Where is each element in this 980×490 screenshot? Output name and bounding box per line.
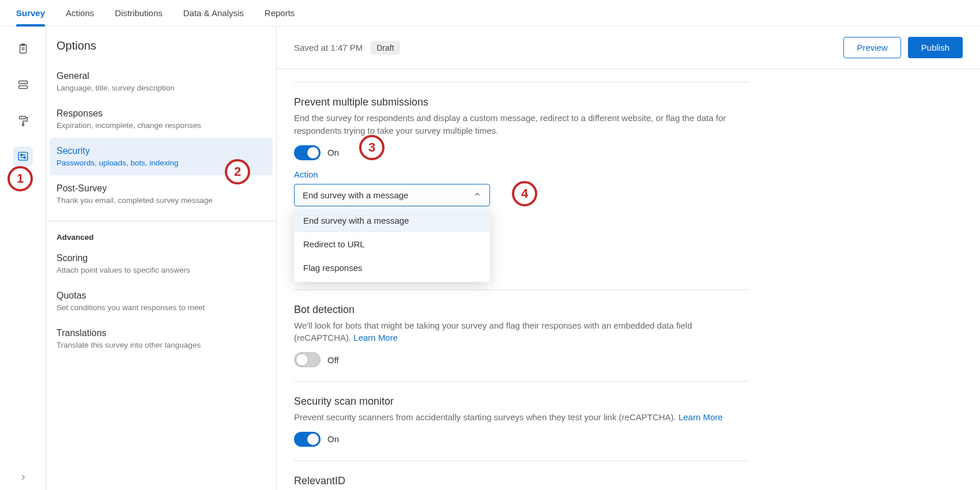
section-title: RelevantID (294, 475, 749, 487)
publish-button[interactable]: Publish (908, 37, 963, 58)
sidebar-item-post-survey[interactable]: Post-Survey Thank you email, completed s… (46, 175, 276, 213)
dropdown-option-flag[interactable]: Flag responses (294, 256, 490, 280)
section-title: Security scan monitor (294, 395, 749, 408)
block-icon[interactable] (13, 75, 33, 95)
tab-actions[interactable]: Actions (66, 0, 94, 26)
saved-status: Saved at 1:47 PM (294, 43, 363, 52)
sidebar-advanced-label: Advanced (46, 227, 276, 245)
sidebar-divider (46, 221, 276, 221)
sidebar-title: Options (46, 39, 276, 63)
section-title: Prevent multiple submissions (294, 96, 749, 108)
expand-rail-icon[interactable] (19, 473, 27, 483)
svg-rect-4 (18, 81, 27, 84)
svg-rect-7 (22, 124, 24, 126)
sidebar-item-label: Translations (56, 328, 266, 338)
action-dropdown-menu: End survey with a message Redirect to UR… (294, 206, 490, 282)
svg-rect-5 (18, 86, 27, 89)
dropdown-option-redirect[interactable]: Redirect to URL (294, 232, 490, 256)
section-desc: Prevent security scanners from accidenta… (294, 411, 749, 424)
sidebar-item-translations[interactable]: Translations Translate this survey into … (46, 320, 276, 357)
section-desc: End the survey for respondents and displ… (294, 112, 749, 137)
toggle-label: On (327, 434, 339, 444)
tab-data-analysis[interactable]: Data & Analysis (183, 0, 244, 26)
sidebar-item-security[interactable]: Security Passwords, uploads, bots, index… (50, 138, 273, 175)
section-bot-detection: Bot detection We'll look for bots that m… (294, 304, 749, 368)
sidebar-item-desc: Expiration, incomplete, change responses (56, 121, 266, 130)
tab-distributions[interactable]: Distributions (115, 0, 163, 26)
clipboard-icon[interactable] (13, 39, 33, 59)
sidebar-item-label: Scoring (56, 253, 266, 263)
section-prevent-multiple-submissions: Prevent multiple submissions End the sur… (294, 96, 749, 206)
left-rail (0, 27, 46, 490)
svg-rect-0 (20, 45, 26, 54)
options-sidebar: Options General Language, title, survey … (46, 27, 277, 490)
action-field-label: Action (294, 169, 749, 179)
section-divider (294, 461, 749, 461)
section-relevant-id: RelevantID Analyze a respondent's browse… (294, 475, 749, 490)
svg-rect-6 (19, 116, 25, 119)
section-divider (294, 381, 749, 382)
section-divider (294, 289, 749, 290)
learn-more-link[interactable]: Learn More (679, 412, 723, 422)
section-divider (294, 82, 749, 82)
sidebar-item-label: Post-Survey (56, 183, 266, 194)
tab-reports[interactable]: Reports (265, 0, 295, 26)
section-desc: We'll look for bots that might be taking… (294, 319, 749, 345)
tab-survey[interactable]: Survey (16, 0, 45, 26)
sidebar-item-desc: Language, title, survey description (56, 84, 266, 92)
svg-rect-8 (18, 152, 28, 160)
bot-detection-toggle[interactable] (294, 352, 321, 367)
status-badge: Draft (371, 41, 399, 55)
top-tabs: Survey Actions Distributions Data & Anal… (0, 0, 980, 27)
dropdown-value: End survey with a message (303, 190, 408, 200)
sidebar-item-quotas[interactable]: Quotas Set conditions you want responses… (46, 282, 276, 320)
sidebar-item-desc: Translate this survey into other languag… (56, 341, 266, 349)
content-body: Prevent multiple submissions End the sur… (277, 69, 980, 490)
sidebar-item-label: Responses (56, 108, 266, 119)
content: Saved at 1:47 PM Draft Preview Publish P… (277, 27, 980, 490)
sliders-icon[interactable] (13, 146, 33, 166)
svg-point-12 (24, 157, 25, 159)
section-security-scan-monitor: Security scan monitor Prevent security s… (294, 395, 749, 447)
sidebar-item-responses[interactable]: Responses Expiration, incomplete, change… (46, 100, 276, 138)
dropdown-option-end-message[interactable]: End survey with a message (294, 209, 490, 232)
toggle-label: Off (327, 355, 339, 365)
content-header: Saved at 1:47 PM Draft Preview Publish (277, 27, 980, 69)
chevron-up-icon (473, 190, 481, 200)
preview-button[interactable]: Preview (843, 37, 900, 58)
prevent-multi-toggle[interactable] (294, 145, 321, 160)
sidebar-item-desc: Passwords, uploads, bots, indexing (56, 159, 266, 167)
sidebar-item-label: Quotas (56, 291, 266, 301)
sidebar-item-desc: Attach point values to specific answers (56, 266, 266, 274)
learn-more-link[interactable]: Learn More (353, 333, 398, 342)
paint-roller-icon[interactable] (13, 111, 33, 130)
sidebar-item-desc: Thank you email, completed survey messag… (56, 196, 266, 205)
action-dropdown[interactable]: End survey with a message (294, 184, 490, 206)
sidebar-item-scoring[interactable]: Scoring Attach point values to specific … (46, 245, 276, 282)
sidebar-item-label: General (56, 71, 266, 81)
sidebar-item-label: Security (56, 146, 266, 156)
sidebar-item-general[interactable]: General Language, title, survey descript… (46, 63, 276, 100)
toggle-label: On (327, 148, 339, 157)
sidebar-item-desc: Set conditions you want responses to mee… (56, 303, 266, 312)
section-title: Bot detection (294, 304, 749, 316)
svg-point-10 (20, 154, 22, 156)
scan-monitor-toggle[interactable] (294, 432, 321, 447)
